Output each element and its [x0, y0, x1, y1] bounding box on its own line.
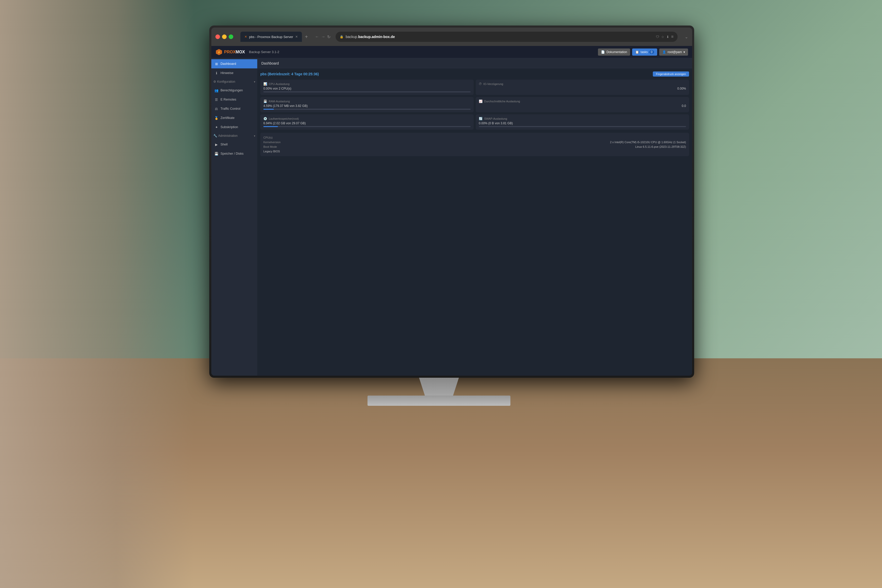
pbs-brand: PROXMOX [224, 50, 245, 54]
swap-icon: 🔄 [479, 117, 483, 120]
berechtigungen-icon: 👥 [214, 88, 219, 92]
ram-bar-fill [263, 109, 274, 110]
browser-tabs: ✕ pbs - Proxmox Backup Server ✕ + [240, 32, 310, 42]
swap-card: 🔄 SWAP-Auslastung 0.00% (0 B von 3.81 GB… [476, 114, 689, 130]
bios-row: Legacy BIOS [263, 149, 686, 154]
kernelversion-row: Kernelversion 2 x Intel(R) Core(TM) i5-1… [263, 140, 686, 144]
konfiguration-chevron-icon: ▾ [254, 80, 255, 83]
swap-value: 0.00% (0 B von 3.81 GB) [479, 122, 686, 125]
monitor-stand-base [368, 396, 510, 406]
sidebar-item-shell[interactable]: ▶ Shell [212, 140, 257, 149]
fingerprint-button[interactable]: Fingerabdruck anzeigen [653, 72, 689, 76]
io-card: ⏱ IO-Verzögerung 0.00% [476, 80, 689, 95]
sidebar-label-subskription: Subskription [220, 125, 238, 129]
new-tab-button[interactable]: + [303, 34, 310, 40]
admin-icon: 🔧 [213, 134, 217, 138]
documentation-button[interactable]: 📄 Dokumentation [598, 48, 630, 56]
url-text: backup.backup.admin-box.de [345, 35, 395, 39]
tab-close-icon[interactable]: ✕ [295, 35, 298, 39]
io-label: ⏱ IO-Verzögerung [479, 82, 686, 86]
sidebar-item-traffic-control[interactable]: ⚖ Traffic Control [212, 104, 257, 113]
pbs-subtitle: Backup Server 3.1-2 [249, 50, 279, 54]
sidebar-label-remotes: E Remotes [220, 98, 236, 101]
back-button[interactable]: ← [315, 34, 319, 39]
cpu-label: 📊 CPU-Auslastung [263, 82, 471, 86]
tab-title: pbs - Proxmox Backup Server [249, 35, 293, 39]
ram-bar [263, 109, 471, 110]
star-icon: ☆ [661, 35, 664, 39]
ram-label: 💾 RAM-Auslastung [263, 99, 471, 103]
remotes-icon: ☰ [214, 98, 219, 102]
sidebar-item-dashboard[interactable]: ⊞ Dashboard [212, 59, 257, 68]
header-buttons: 📄 Dokumentation 📋 tasks 0 👤 root@pam [598, 48, 688, 56]
cpu-info-row: CPU(s) [263, 135, 686, 140]
active-tab[interactable]: ✕ pbs - Proxmox Backup Server ✕ [240, 32, 302, 42]
content-panel: Dashboard pbs (Betriebszeit: 4 Tage 00:2… [257, 58, 692, 376]
url-bar-container: 🔒 backup.backup.admin-box.de 🛡 ☆ ⬇ ≡ [336, 32, 678, 42]
cpu-card: 📊 CPU-Auslastung 0.00% von 2 CPU(s) [260, 80, 474, 95]
forward-button[interactable]: → [321, 34, 325, 39]
page-title: Dashboard [261, 61, 279, 65]
sidebar-label-zertifikate: Zertifikate [220, 116, 234, 120]
monitor: ✕ pbs - Proxmox Backup Server ✕ + ← → ↻ … [196, 26, 707, 485]
disk-bar [263, 126, 471, 127]
avg-value: 0.0 [479, 104, 686, 108]
sidebar-item-zertifikate[interactable]: 🏅 Zertifikate [212, 113, 257, 123]
hinweise-icon: ℹ [214, 71, 219, 75]
doc-icon: 📄 [601, 50, 605, 54]
sidebar-item-subskription[interactable]: ✦ Subskription [212, 123, 257, 132]
proxmox-ui: ⚡ PROXMOX Backup Server 3.1-2 📄 Dokument… [212, 46, 692, 376]
pbs-logo: ⚡ PROXMOX [215, 48, 245, 56]
sidebar-item-speicher[interactable]: 💾 Speicher / Disks [212, 149, 257, 158]
sidebar-label-hinweise: Hinweise [220, 71, 234, 75]
swap-label: 🔄 SWAP-Auslastung [479, 117, 686, 120]
shield-icon: 🛡 [656, 35, 659, 39]
ram-icon: 💾 [263, 99, 267, 103]
url-bar[interactable]: backup.backup.admin-box.de [345, 35, 654, 39]
svg-text:⚡: ⚡ [218, 51, 221, 54]
content-header: Dashboard [257, 58, 692, 68]
swap-bar [479, 126, 686, 127]
user-button[interactable]: 👤 root@pam ▾ [659, 48, 688, 56]
sidebar-section-konfiguration[interactable]: ⚙ Konfiguration ▾ [212, 78, 257, 86]
subskription-icon: ✦ [214, 125, 219, 129]
sidebar-item-hinweise[interactable]: ℹ Hinweise [212, 68, 257, 78]
avg-icon: 📈 [479, 99, 483, 103]
sidebar-section-administration[interactable]: 🔧 Administration ▾ [212, 132, 257, 140]
zertifikate-icon: 🏅 [214, 116, 219, 120]
traffic-control-icon: ⚖ [214, 107, 219, 111]
gear-icon: ⚙ [213, 80, 216, 84]
sidebar-label-berechtigungen: Berechtigungen [220, 88, 243, 92]
disk-bar-fill [263, 126, 278, 127]
cpu-section-label: CPU(s) [263, 136, 273, 139]
person-silhouette [0, 0, 194, 588]
disk-card: 💿 Laufwerksspeicher(root) 6.94% (2.02 GB… [260, 114, 474, 130]
cpu-icon: 📊 [263, 82, 267, 86]
tasks-button[interactable]: 📋 tasks 0 [632, 48, 657, 56]
browser-chrome: ✕ pbs - Proxmox Backup Server ✕ + ← → ↻ … [212, 28, 692, 46]
node-title: pbs (Betriebszeit: 4 Tage 00:25:36) [260, 72, 319, 76]
speicher-icon: 💾 [214, 152, 219, 156]
shell-icon: ▶ [214, 142, 219, 147]
monitor-bezel: ✕ pbs - Proxmox Backup Server ✕ + ← → ↻ … [209, 26, 694, 378]
sidebar-item-berechtigungen[interactable]: 👥 Berechtigungen [212, 86, 257, 95]
ram-value: 4.59% (179.37 MB von 3.82 GB) [263, 104, 471, 108]
sidebar-item-remotes[interactable]: ☰ E Remotes [212, 95, 257, 104]
administration-chevron-icon: ▾ [254, 135, 255, 137]
boot-mode-label: Boot Mode [263, 145, 277, 148]
kernelversion-value: 2 x Intel(R) Core(TM) i5-10210U CPU @ 1.… [610, 141, 686, 144]
cpu-bar [263, 92, 471, 92]
boot-mode-value: Linux 6.5.11-6-pve (2023-11-29T08:32Z) [635, 145, 686, 148]
download-icon: ⬇ [666, 35, 669, 39]
refresh-button[interactable]: ↻ [327, 34, 330, 39]
sidebar: ⊞ Dashboard ℹ Hinweise ⚙ Konfiguration ▾ [212, 58, 257, 376]
close-button[interactable] [215, 34, 220, 39]
disk-label: 💿 Laufwerksspeicher(root) [263, 117, 471, 120]
minimize-button[interactable] [222, 34, 226, 39]
traffic-lights [215, 34, 233, 39]
user-icon: 👤 [662, 50, 666, 54]
sidebar-label-traffic-control: Traffic Control [220, 107, 240, 111]
system-info-section: CPU(s) Kernelversion 2 x Intel(R) Core(T… [260, 133, 689, 156]
maximize-button[interactable] [229, 34, 233, 39]
menu-icon[interactable]: ≡ [671, 34, 674, 39]
